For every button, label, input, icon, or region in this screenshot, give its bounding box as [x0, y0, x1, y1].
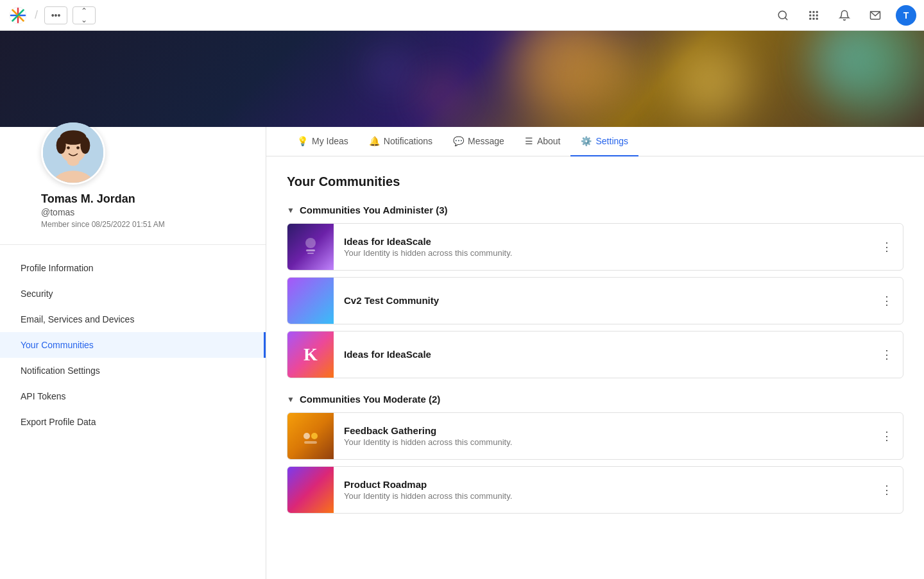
sidebar-item-email-services-devices[interactable]: Email, Services and Devices [0, 306, 266, 332]
sidebar-item-api-tokens[interactable]: API Tokens [0, 383, 266, 409]
community-name-2: Cv2 Test Community [344, 295, 860, 306]
tab-my-ideas[interactable]: 💡 My Ideas [287, 127, 359, 156]
svg-rect-12 [816, 14, 818, 16]
community-menu-3[interactable]: ⋮ [871, 340, 903, 369]
nav-separator: / [35, 8, 38, 22]
tab-message[interactable]: 💬 Message [443, 127, 515, 156]
community-logo-ideas-k: K [287, 331, 334, 378]
section-administer-title: Communities You Administer (3) [300, 205, 448, 215]
community-info-1: Ideas for IdeaScale Your Identity is hid… [334, 228, 871, 265]
left-sidebar: Tomas M. Jordan @tomas Member since 08/2… [0, 127, 266, 579]
nav-arrows-button[interactable]: ⌃⌄ [73, 6, 96, 24]
avatar-image [43, 122, 103, 183]
chevron-down-icon: ▼ [287, 206, 295, 215]
profile-name: Tomas M. Jordan [41, 192, 135, 206]
community-info-3: Ideas for IdeaScale [334, 341, 871, 369]
communities-content: Your Communities ▼ Communities You Admin… [266, 156, 924, 547]
user-avatar[interactable]: T [896, 5, 916, 26]
sidebar-item-security[interactable]: Security [0, 281, 266, 306]
list-icon: ☰ [525, 136, 533, 146]
sidebar-nav: Profile Information Security Email, Serv… [0, 245, 266, 445]
tab-my-ideas-label: My Ideas [312, 136, 348, 146]
logo[interactable] [8, 5, 28, 26]
svg-point-21 [56, 137, 66, 154]
message-icon: 💬 [453, 136, 464, 146]
community-name-1: Ideas for IdeaScale [344, 236, 860, 247]
svg-point-22 [80, 137, 90, 154]
svg-rect-8 [813, 11, 815, 13]
svg-rect-9 [816, 11, 818, 13]
svg-line-6 [785, 17, 787, 19]
community-name-4: Feedback Gathering [344, 425, 860, 436]
sidebar-item-your-communities[interactable]: Your Communities [0, 332, 266, 358]
svg-rect-13 [809, 17, 811, 19]
bell-icon: 🔔 [369, 136, 380, 146]
svg-point-30 [311, 433, 318, 439]
svg-rect-31 [304, 441, 317, 444]
community-subtitle-5: Your Identity is hidden across this comm… [344, 491, 860, 501]
community-logo-feedback [287, 413, 334, 459]
community-info-4: Feedback Gathering Your Identity is hidd… [334, 417, 871, 455]
grid-icon[interactable] [803, 5, 824, 26]
tab-about-label: About [537, 136, 561, 146]
avatar [41, 121, 105, 185]
page-title: Your Communities [287, 174, 903, 189]
svg-rect-15 [816, 17, 818, 19]
section-administer-header[interactable]: ▼ Communities You Administer (3) [287, 205, 903, 215]
community-subtitle-4: Your Identity is hidden across this comm… [344, 437, 860, 447]
right-content: 💡 My Ideas 🔔 Notifications 💬 Message ☰ A… [266, 127, 924, 579]
community-logo-cv2 [287, 278, 334, 324]
sidebar-item-profile-information[interactable]: Profile Information [0, 255, 266, 281]
sidebar-item-notification-settings[interactable]: Notification Settings [0, 358, 266, 383]
section-moderate-title: Communities You Moderate (2) [300, 394, 440, 405]
tab-notifications-label: Notifications [384, 136, 432, 146]
svg-point-24 [76, 146, 80, 149]
community-name-3: Ideas for IdeaScale [344, 349, 860, 360]
community-menu-5[interactable]: ⋮ [871, 475, 903, 505]
community-menu-1[interactable]: ⋮ [871, 232, 903, 262]
community-card-ideas-ideascale-1: Ideas for IdeaScale Your Identity is hid… [287, 223, 903, 271]
section-moderate: ▼ Communities You Moderate (2) [287, 394, 903, 514]
community-card-product-roadmap: Product Roadmap Your Identity is hidden … [287, 466, 903, 514]
svg-rect-7 [809, 11, 811, 13]
section-administer: ▼ Communities You Administer (3) [287, 205, 903, 378]
svg-rect-27 [306, 249, 315, 251]
search-icon[interactable] [773, 5, 793, 26]
hero-banner [0, 31, 924, 127]
svg-point-29 [304, 433, 310, 439]
svg-rect-11 [813, 14, 815, 16]
content-area: Tomas M. Jordan @tomas Member since 08/2… [0, 127, 924, 579]
svg-point-23 [67, 146, 70, 149]
tab-settings[interactable]: ⚙️ Settings [570, 127, 638, 156]
svg-rect-28 [307, 253, 314, 254]
tab-notifications[interactable]: 🔔 Notifications [359, 127, 443, 156]
community-logo-product-roadmap [287, 467, 334, 513]
bulb-icon: 💡 [297, 136, 308, 146]
community-logo-ideas-ideascale-1 [287, 224, 334, 270]
community-info-5: Product Roadmap Your Identity is hidden … [334, 471, 871, 508]
mail-icon[interactable] [865, 5, 886, 26]
breadcrumb-menu-button[interactable]: ••• [44, 6, 67, 24]
community-card-cv2: Cv2 Test Community ⋮ [287, 277, 903, 324]
section-moderate-header[interactable]: ▼ Communities You Moderate (2) [287, 394, 903, 405]
main-wrapper: Tomas M. Jordan @tomas Member since 08/2… [0, 31, 924, 579]
top-nav-right: T [773, 5, 916, 26]
community-card-feedback: Feedback Gathering Your Identity is hidd… [287, 412, 903, 460]
settings-icon: ⚙️ [581, 136, 592, 146]
svg-rect-10 [809, 14, 811, 16]
tabs-bar: 💡 My Ideas 🔔 Notifications 💬 Message ☰ A… [266, 127, 924, 156]
svg-rect-14 [813, 17, 815, 19]
community-info-2: Cv2 Test Community [334, 287, 871, 315]
community-menu-4[interactable]: ⋮ [871, 421, 903, 451]
tab-settings-label: Settings [595, 136, 628, 146]
tab-message-label: Message [468, 136, 504, 146]
notifications-bell-icon[interactable] [834, 5, 855, 26]
svg-point-26 [305, 238, 316, 248]
community-name-5: Product Roadmap [344, 479, 860, 490]
sidebar-item-export-profile-data[interactable]: Export Profile Data [0, 409, 266, 435]
profile-handle: @tomas [41, 207, 74, 217]
top-navigation: / ••• ⌃⌄ [0, 0, 924, 31]
community-menu-2[interactable]: ⋮ [871, 286, 903, 315]
profile-since: Member since 08/25/2022 01:51 AM [41, 220, 165, 229]
tab-about[interactable]: ☰ About [515, 127, 571, 156]
